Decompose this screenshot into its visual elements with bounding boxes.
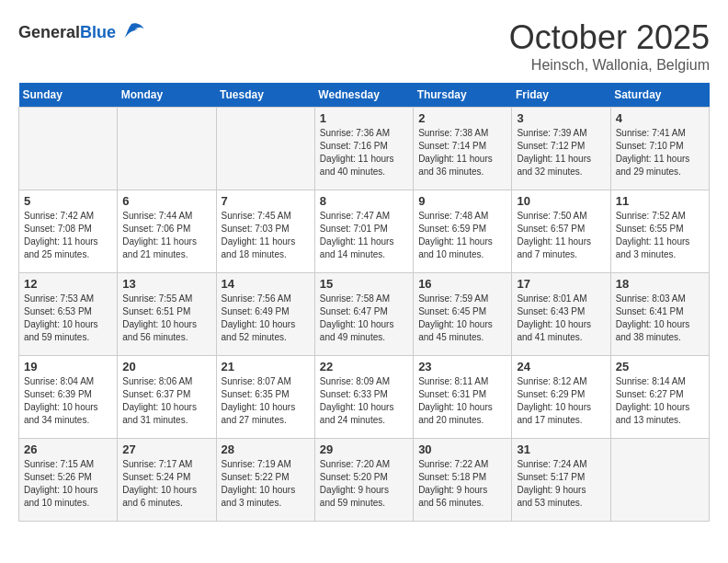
table-cell: 2Sunrise: 7:38 AM Sunset: 7:14 PM Daylig… (414, 108, 512, 190)
table-cell: 27Sunrise: 7:17 AM Sunset: 5:24 PM Dayli… (118, 439, 216, 522)
day-info: Sunrise: 7:22 AM Sunset: 5:18 PM Dayligh… (418, 458, 506, 510)
day-info: Sunrise: 8:07 AM Sunset: 6:35 PM Dayligh… (222, 375, 310, 427)
page-header: GeneralBlue October 2025 Heinsch, Wallon… (18, 18, 710, 74)
header-saturday: Saturday (610, 83, 709, 108)
day-number: 30 (418, 442, 506, 456)
header-friday: Friday (512, 83, 610, 108)
table-cell: 25Sunrise: 8:14 AM Sunset: 6:27 PM Dayli… (610, 356, 709, 439)
title-section: October 2025 Heinsch, Wallonia, Belgium (509, 18, 710, 74)
day-number: 21 (222, 360, 310, 373)
calendar-table: SundayMondayTuesdayWednesdayThursdayFrid… (18, 83, 710, 522)
table-cell: 26Sunrise: 7:15 AM Sunset: 5:26 PM Dayli… (19, 439, 118, 522)
day-number: 12 (24, 277, 112, 291)
table-cell: 11Sunrise: 7:52 AM Sunset: 6:55 PM Dayli… (610, 190, 709, 273)
table-cell: 17Sunrise: 8:01 AM Sunset: 6:43 PM Dayli… (512, 273, 610, 356)
logo-general: General (18, 23, 80, 41)
header-tuesday: Tuesday (216, 83, 314, 108)
day-number: 24 (517, 360, 605, 373)
day-number: 27 (122, 442, 210, 456)
table-cell: 20Sunrise: 8:06 AM Sunset: 6:37 PM Dayli… (118, 356, 216, 439)
header-monday: Monday (118, 83, 216, 108)
logo: GeneralBlue (18, 18, 145, 46)
table-cell: 1Sunrise: 7:36 AM Sunset: 7:16 PM Daylig… (314, 108, 413, 190)
day-number: 2 (418, 111, 506, 125)
day-number: 28 (222, 442, 310, 456)
day-info: Sunrise: 7:17 AM Sunset: 5:24 PM Dayligh… (122, 458, 210, 510)
day-number: 10 (517, 194, 605, 208)
table-cell (610, 439, 709, 522)
day-info: Sunrise: 7:48 AM Sunset: 6:59 PM Dayligh… (418, 210, 506, 261)
day-number: 9 (418, 194, 506, 208)
table-cell: 4Sunrise: 7:41 AM Sunset: 7:10 PM Daylig… (610, 108, 709, 190)
table-cell: 9Sunrise: 7:48 AM Sunset: 6:59 PM Daylig… (414, 190, 512, 273)
table-cell: 6Sunrise: 7:44 AM Sunset: 7:06 PM Daylig… (118, 190, 216, 273)
table-cell: 15Sunrise: 7:58 AM Sunset: 6:47 PM Dayli… (314, 273, 413, 356)
day-number: 31 (517, 442, 605, 456)
day-info: Sunrise: 8:01 AM Sunset: 6:43 PM Dayligh… (517, 293, 605, 344)
day-info: Sunrise: 8:14 AM Sunset: 6:27 PM Dayligh… (616, 375, 704, 427)
table-cell: 29Sunrise: 7:20 AM Sunset: 5:20 PM Dayli… (314, 439, 413, 522)
day-number: 11 (616, 194, 704, 208)
location: Heinsch, Wallonia, Belgium (509, 57, 710, 74)
week-row-1: 1Sunrise: 7:36 AM Sunset: 7:16 PM Daylig… (19, 108, 710, 190)
table-cell: 12Sunrise: 7:53 AM Sunset: 6:53 PM Dayli… (19, 273, 118, 356)
day-number: 15 (320, 277, 408, 291)
table-cell: 5Sunrise: 7:42 AM Sunset: 7:08 PM Daylig… (19, 190, 118, 273)
day-info: Sunrise: 8:09 AM Sunset: 6:33 PM Dayligh… (320, 375, 408, 427)
header-wednesday: Wednesday (314, 83, 413, 108)
day-info: Sunrise: 7:39 AM Sunset: 7:12 PM Dayligh… (517, 127, 605, 178)
header-sunday: Sunday (19, 83, 118, 108)
day-number: 13 (122, 277, 210, 291)
table-cell: 23Sunrise: 8:11 AM Sunset: 6:31 PM Dayli… (414, 356, 512, 439)
day-number: 25 (616, 360, 704, 373)
table-cell: 21Sunrise: 8:07 AM Sunset: 6:35 PM Dayli… (216, 356, 314, 439)
header-thursday: Thursday (414, 83, 512, 108)
table-cell: 24Sunrise: 8:12 AM Sunset: 6:29 PM Dayli… (512, 356, 610, 439)
week-row-2: 5Sunrise: 7:42 AM Sunset: 7:08 PM Daylig… (19, 190, 710, 273)
table-cell: 8Sunrise: 7:47 AM Sunset: 7:01 PM Daylig… (314, 190, 413, 273)
table-cell: 3Sunrise: 7:39 AM Sunset: 7:12 PM Daylig… (512, 108, 610, 190)
day-info: Sunrise: 7:20 AM Sunset: 5:20 PM Dayligh… (320, 458, 408, 510)
day-info: Sunrise: 7:56 AM Sunset: 6:49 PM Dayligh… (222, 293, 310, 344)
day-number: 23 (418, 360, 506, 373)
day-info: Sunrise: 7:15 AM Sunset: 5:26 PM Dayligh… (24, 458, 112, 510)
day-info: Sunrise: 7:19 AM Sunset: 5:22 PM Dayligh… (222, 458, 310, 510)
day-info: Sunrise: 8:06 AM Sunset: 6:37 PM Dayligh… (122, 375, 210, 427)
day-info: Sunrise: 7:42 AM Sunset: 7:08 PM Dayligh… (24, 210, 112, 261)
day-info: Sunrise: 8:11 AM Sunset: 6:31 PM Dayligh… (418, 375, 506, 427)
day-number: 20 (122, 360, 210, 373)
day-info: Sunrise: 8:04 AM Sunset: 6:39 PM Dayligh… (24, 375, 112, 427)
table-cell: 7Sunrise: 7:45 AM Sunset: 7:03 PM Daylig… (216, 190, 314, 273)
day-info: Sunrise: 7:53 AM Sunset: 6:53 PM Dayligh… (24, 293, 112, 344)
table-cell: 28Sunrise: 7:19 AM Sunset: 5:22 PM Dayli… (216, 439, 314, 522)
table-cell: 31Sunrise: 7:24 AM Sunset: 5:17 PM Dayli… (512, 439, 610, 522)
day-number: 14 (222, 277, 310, 291)
table-cell: 10Sunrise: 7:50 AM Sunset: 6:57 PM Dayli… (512, 190, 610, 273)
table-cell: 22Sunrise: 8:09 AM Sunset: 6:33 PM Dayli… (314, 356, 413, 439)
day-number: 19 (24, 360, 112, 373)
day-info: Sunrise: 7:38 AM Sunset: 7:14 PM Dayligh… (418, 127, 506, 178)
day-info: Sunrise: 7:52 AM Sunset: 6:55 PM Dayligh… (616, 210, 704, 261)
day-info: Sunrise: 7:58 AM Sunset: 6:47 PM Dayligh… (320, 293, 408, 344)
day-number: 1 (320, 111, 408, 125)
day-number: 5 (24, 194, 112, 208)
table-cell: 14Sunrise: 7:56 AM Sunset: 6:49 PM Dayli… (216, 273, 314, 356)
day-info: Sunrise: 7:44 AM Sunset: 7:06 PM Dayligh… (122, 210, 210, 261)
day-number: 7 (222, 194, 310, 208)
table-cell: 30Sunrise: 7:22 AM Sunset: 5:18 PM Dayli… (414, 439, 512, 522)
day-number: 17 (517, 277, 605, 291)
day-number: 8 (320, 194, 408, 208)
day-number: 26 (24, 442, 112, 456)
day-info: Sunrise: 7:50 AM Sunset: 6:57 PM Dayligh… (517, 210, 605, 261)
week-row-4: 19Sunrise: 8:04 AM Sunset: 6:39 PM Dayli… (19, 356, 710, 439)
logo-general-text: GeneralBlue (18, 23, 116, 42)
table-cell: 16Sunrise: 7:59 AM Sunset: 6:45 PM Dayli… (414, 273, 512, 356)
day-number: 6 (122, 194, 210, 208)
day-info: Sunrise: 7:24 AM Sunset: 5:17 PM Dayligh… (517, 458, 605, 510)
day-info: Sunrise: 7:59 AM Sunset: 6:45 PM Dayligh… (418, 293, 506, 344)
day-number: 16 (418, 277, 506, 291)
day-info: Sunrise: 7:45 AM Sunset: 7:03 PM Dayligh… (222, 210, 310, 261)
day-info: Sunrise: 7:47 AM Sunset: 7:01 PM Dayligh… (320, 210, 408, 261)
week-row-3: 12Sunrise: 7:53 AM Sunset: 6:53 PM Dayli… (19, 273, 710, 356)
day-info: Sunrise: 8:12 AM Sunset: 6:29 PM Dayligh… (517, 375, 605, 427)
